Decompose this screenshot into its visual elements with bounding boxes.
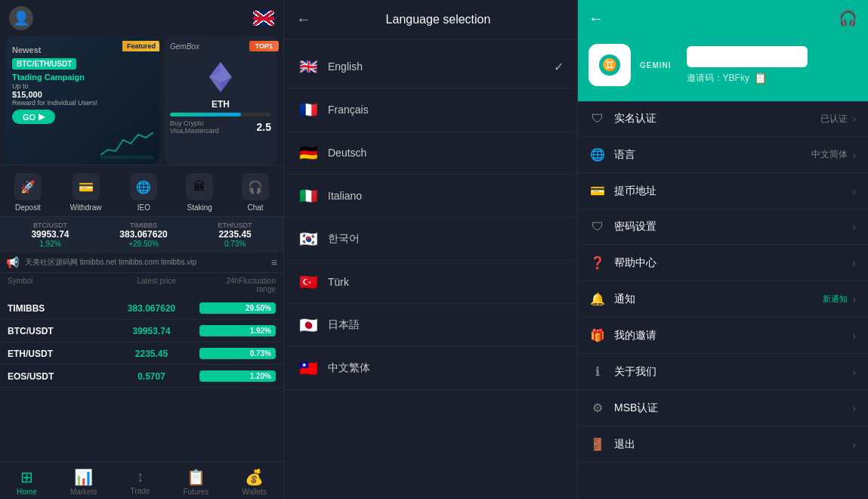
bottom-nav-markets[interactable]: 📊 Markets — [70, 468, 97, 496]
arrow-icon: › — [852, 257, 856, 269]
svg-text:♊: ♊ — [602, 57, 617, 72]
gift-icon: 🎁 — [590, 328, 605, 342]
arrow-icon: › — [852, 185, 856, 197]
invite-menu-label: 我的邀请 — [614, 329, 852, 342]
middle-panel: ← Language selection 🇬🇧 English ✓ 🇫🇷 Fra… — [283, 0, 578, 499]
progress-area — [170, 113, 271, 116]
coin-label: ETH — [212, 99, 230, 110]
gemini-text-label: GEMINI — [640, 61, 672, 70]
deposit-nav[interactable]: 🚀 Deposit — [14, 173, 42, 212]
ieo-icon: 🌐 — [130, 173, 157, 200]
top-bar: 👤 — [0, 0, 283, 36]
staking-label: Staking — [187, 203, 212, 212]
taiwanese-flag: 🇹🇼 — [298, 358, 319, 379]
menu-item-logout[interactable]: 🚪 退出 › — [578, 426, 868, 463]
arrow-icon: › — [852, 221, 856, 233]
new-badge: 新通知 — [823, 293, 848, 305]
deposit-icon: 🚀 — [14, 173, 42, 200]
menu-item-language[interactable]: 🌐 语言 中文简体 › — [578, 137, 868, 173]
trade-icon: ↕ — [136, 468, 144, 485]
withdraw-label: Withdraw — [70, 203, 102, 212]
bottom-nav-futures[interactable]: 📋 Futures — [183, 468, 209, 496]
svg-rect-0 — [100, 156, 153, 159]
english-flag: 🇬🇧 — [298, 56, 319, 77]
banner-area: Newest Featured BTC/ETH/USDT Ttading Cam… — [0, 36, 283, 165]
deposit-label: Deposit — [15, 203, 41, 212]
lang-item-chinese-trad[interactable]: 🇹🇼 中文繁体 — [284, 347, 577, 390]
lang-item-korean[interactable]: 🇰🇷 한국어 — [284, 218, 577, 261]
menu-item-invite[interactable]: 🎁 我的邀请 › — [578, 318, 868, 354]
nav-icons-row: 🚀 Deposit 💳 Withdraw 🌐 IEO 🏛 Staking 🎧 C… — [0, 165, 283, 217]
featured-badge: Featured — [122, 41, 159, 51]
table-row[interactable]: BTC/USDT 39953.74 1.92% — [0, 320, 283, 342]
reward-suffix: Reward for Individual Users! — [12, 99, 153, 107]
invite-row: 邀请码：YBFky 📋 — [687, 72, 857, 85]
check-icon: ✓ — [554, 60, 564, 74]
language-label: 语言 — [614, 148, 811, 162]
ticker-timibbs: TIMIBBS 383.067620 +29.50% — [119, 222, 167, 248]
bottom-nav: ⊞ Home 📊 Markets ↕ Trade 📋 Futures 💰 Wal… — [0, 461, 283, 499]
lang-item-french[interactable]: 🇫🇷 Français — [284, 88, 577, 132]
language-value: 中文简体 — [811, 148, 848, 161]
table-row[interactable]: ETH/USDT 2235.45 0.73% — [0, 342, 283, 365]
user-info: 邀请码：YBFky 📋 — [687, 46, 857, 85]
bottom-nav-trade[interactable]: ↕ Trade — [131, 468, 150, 496]
reward-prefix: Up to — [12, 82, 153, 90]
globe-icon: 🌐 — [590, 147, 605, 162]
invite-label: 邀请码：YBFky — [687, 72, 749, 85]
turkish-flag: 🇹🇷 — [298, 271, 319, 293]
language-top-bar: ← Language selection — [284, 0, 577, 39]
menu-item-about[interactable]: ℹ 关于我们 › — [578, 354, 868, 390]
lang-item-italian[interactable]: 🇮🇹 Italiano — [284, 175, 577, 218]
profile-section: ♊ GEMINI 邀请码：YBFky 📋 — [578, 36, 868, 101]
chat-icon: 🎧 — [242, 173, 269, 200]
table-row[interactable]: EOS/USDT 0.5707 1.20% — [0, 365, 283, 388]
bell-icon: 🔔 — [590, 292, 605, 306]
arrow-icon: › — [852, 330, 856, 342]
chat-nav[interactable]: 🎧 Chat — [242, 173, 269, 212]
staking-nav[interactable]: 🏛 Staking — [186, 173, 213, 212]
menu-item-notifications[interactable]: 🔔 通知 新通知 › — [578, 281, 868, 318]
markets-icon: 📊 — [74, 468, 93, 486]
ticker-eth: ETH/USDT 2235.45 0.73% — [218, 222, 252, 248]
menu-item-password[interactable]: 🛡 密码设置 › — [578, 209, 868, 245]
ieo-nav[interactable]: 🌐 IEO — [130, 173, 157, 212]
arrow-icon: › — [852, 113, 856, 125]
bottom-nav-wallets[interactable]: 💰 Wallets — [242, 468, 266, 496]
marquee-row: 📢 天美社区源码网 timibbs.net timibbs.com timibb… — [0, 253, 283, 273]
headphone-icon[interactable]: 🎧 — [839, 9, 857, 27]
shield-icon: 🛡 — [590, 112, 605, 126]
lang-item-turkish[interactable]: 🇹🇷 Türk — [284, 261, 577, 304]
french-flag: 🇫🇷 — [298, 99, 319, 120]
help-icon: ❓ — [590, 256, 605, 270]
gear-icon: ⚙ — [590, 401, 605, 415]
lang-item-english[interactable]: 🇬🇧 English ✓ — [284, 45, 577, 88]
table-row[interactable]: TIMIBBS 383.067620 29.50% — [0, 297, 283, 320]
password-label: 密码设置 — [614, 220, 852, 234]
market-table: Symbol Latest price 24hFluctuation range… — [0, 273, 283, 461]
arrow-icon: › — [852, 402, 856, 414]
buy-crypto-label: Buy Crypto — [170, 119, 219, 127]
futures-icon: 📋 — [187, 468, 205, 486]
right-panel: ← 🎧 ♊ GEMINI 邀请码：YBFky 📋 🛡 实名认证 已认证 › — [578, 0, 868, 499]
menu-item-identity[interactable]: 🛡 实名认证 已认证 › — [578, 101, 868, 137]
lang-item-japanese[interactable]: 🇯🇵 日本語 — [284, 304, 577, 347]
table-header: Symbol Latest price 24hFluctuation range — [0, 273, 283, 297]
avatar-icon[interactable]: 👤 — [9, 6, 33, 30]
right-back-button[interactable]: ← — [588, 10, 604, 27]
back-button[interactable]: ← — [296, 11, 311, 28]
username-input[interactable] — [687, 46, 808, 67]
language-flag[interactable] — [253, 11, 274, 26]
arrow-icon: › — [852, 149, 856, 161]
menu-item-withdrawal[interactable]: 💳 提币地址 › — [578, 173, 868, 209]
menu-item-msb[interactable]: ⚙ MSB认证 › — [578, 390, 868, 426]
withdraw-nav[interactable]: 💳 Withdraw — [70, 173, 102, 212]
go-button[interactable]: GO ▶ — [12, 110, 55, 124]
logout-icon: 🚪 — [590, 437, 605, 451]
lang-item-german[interactable]: 🇩🇪 Deutsch — [284, 132, 577, 175]
bottom-nav-home[interactable]: ⊞ Home — [17, 468, 37, 496]
btc-badge: BTC/ETH/USDT — [12, 58, 76, 70]
copy-icon[interactable]: 📋 — [754, 72, 767, 84]
chart-decoration — [100, 129, 153, 159]
menu-item-help[interactable]: ❓ 帮助中心 › — [578, 245, 868, 281]
